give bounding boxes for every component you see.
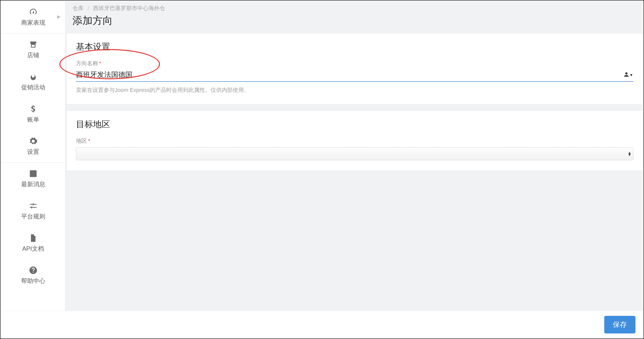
note-icon — [28, 169, 38, 179]
breadcrumb-root[interactable]: 仓库 — [72, 5, 84, 11]
required-asterisk: * — [99, 60, 101, 66]
region-select[interactable]: ▴▾ — [76, 147, 633, 160]
breadcrumb-leaf[interactable]: 西班牙巴塞罗那市中心海外仓 — [93, 5, 165, 11]
sidebar-item-billing[interactable]: 账单 — [1, 98, 65, 130]
sidebar-item-label: API文档 — [22, 245, 44, 253]
target-region-title: 目标地区 — [76, 119, 633, 130]
region-label: 地区* — [76, 137, 633, 145]
question-icon — [28, 265, 38, 275]
basic-settings-card: 基本设置 方向名称* ▾ 卖家在设置参与Joom Express的产品时会用到此… — [67, 33, 642, 104]
footer-bar: 保存 — [1, 311, 643, 338]
direction-name-input[interactable] — [76, 71, 620, 79]
app-frame: 商家表现 ▶ 店铺 促销活动 账单 设置 — [0, 0, 644, 339]
select-handle-icon: ▴▾ — [628, 152, 631, 156]
dollar-icon — [28, 104, 38, 114]
sidebar-item-label: 设置 — [27, 148, 39, 156]
sidebar-item-promotions[interactable]: 促销活动 — [1, 66, 65, 98]
sidebar-item-label: 帮助中心 — [21, 277, 45, 285]
sidebar-item-label: 账单 — [27, 116, 39, 124]
page-title: 添加方向 — [65, 12, 643, 33]
direction-name-label-text: 方向名称 — [76, 60, 98, 66]
storefront-icon — [28, 40, 38, 50]
direction-name-label: 方向名称* — [76, 60, 633, 67]
breadcrumb: 仓库 / 西班牙巴塞罗那市中心海外仓 — [65, 1, 643, 12]
basic-settings-title: 基本设置 — [76, 41, 633, 53]
save-button[interactable]: 保存 — [604, 316, 635, 333]
sliders-icon — [28, 201, 38, 211]
sidebar-item-settings[interactable]: 设置 — [1, 130, 65, 163]
sidebar-item-store[interactable]: 店铺 — [1, 33, 65, 66]
sidebar-item-platform-rules[interactable]: 平台规则 — [1, 195, 65, 227]
region-label-text: 地区 — [76, 138, 87, 144]
direction-name-field-wrap: ▾ — [76, 70, 633, 82]
required-asterisk: * — [88, 138, 90, 144]
main-content: 仓库 / 西班牙巴塞罗那市中心海外仓 添加方向 基本设置 方向名称* ▾ 卖家在… — [65, 1, 643, 311]
breadcrumb-separator: / — [88, 5, 89, 11]
gear-icon — [28, 136, 38, 146]
direction-name-help: 卖家在设置参与Joom Express的产品时会用到此属性。仅供内部使用。 — [76, 86, 633, 94]
user-icon — [623, 71, 630, 79]
sidebar-item-help[interactable]: 帮助中心 — [1, 259, 65, 291]
chevron-down-icon: ▾ — [630, 72, 632, 78]
target-region-card: 目标地区 地区* ▴▾ — [67, 111, 642, 170]
chevron-right-icon: ▶ — [57, 14, 61, 19]
sidebar-item-api-docs[interactable]: API文档 — [1, 227, 65, 259]
sidebar-item-label: 最新消息 — [21, 180, 45, 188]
flame-icon — [28, 72, 38, 82]
file-icon — [28, 233, 38, 243]
sidebar: 商家表现 ▶ 店铺 促销活动 账单 设置 — [1, 1, 65, 312]
sidebar-item-label: 商家表现 — [21, 19, 45, 27]
sidebar-item-label: 促销活动 — [21, 83, 45, 91]
sidebar-item-label: 平台规则 — [21, 212, 45, 220]
sidebar-item-label: 店铺 — [27, 51, 39, 59]
gauge-icon — [28, 7, 38, 17]
user-picker-trigger[interactable]: ▾ — [623, 71, 632, 79]
sidebar-item-merchant-performance[interactable]: 商家表现 ▶ — [1, 1, 65, 33]
sidebar-item-news[interactable]: 最新消息 — [1, 163, 65, 195]
